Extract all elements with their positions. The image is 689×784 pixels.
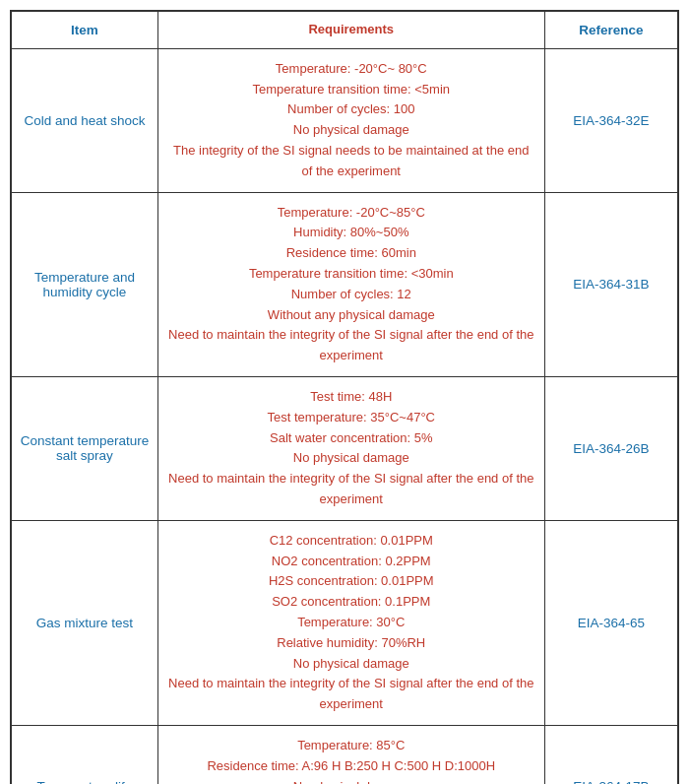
cell-reference-2: EIA-364-26B bbox=[544, 376, 677, 520]
cell-item-1: Temperature and humidity cycle bbox=[12, 192, 158, 376]
cell-requirements-2: Test time: 48HTest temperature: 35°C~47°… bbox=[157, 376, 544, 520]
main-table-wrapper: Item Requirements Reference Cold and hea… bbox=[10, 10, 679, 784]
cell-item-3: Gas mixture test bbox=[12, 520, 158, 725]
cell-reference-4: EIA-364-17B bbox=[544, 725, 677, 784]
cell-item-0: Cold and heat shock bbox=[12, 48, 158, 192]
cell-requirements-0: Temperature: -20°C~ 80°CTemperature tran… bbox=[157, 48, 544, 192]
header-reference: Reference bbox=[544, 12, 677, 49]
requirements-table: Item Requirements Reference Cold and hea… bbox=[11, 11, 678, 784]
table-header-row: Item Requirements Reference bbox=[12, 12, 678, 49]
cell-reference-0: EIA-364-32E bbox=[544, 48, 677, 192]
cell-requirements-3: C12 concentration: 0.01PPMNO2 concentrat… bbox=[157, 520, 544, 725]
cell-reference-1: EIA-364-31B bbox=[544, 192, 677, 376]
header-item: Item bbox=[12, 12, 158, 49]
cell-requirements-4: Temperature: 85°CResidence time: A:96 H … bbox=[157, 725, 544, 784]
table-row: Constant temperature salt sprayTest time… bbox=[12, 376, 678, 520]
cell-item-2: Constant temperature salt spray bbox=[12, 376, 158, 520]
table-row: Temperature lifeTemperature: 85°CResiden… bbox=[12, 725, 678, 784]
table-row: Temperature and humidity cycleTemperatur… bbox=[12, 192, 678, 376]
table-row: Gas mixture testC12 concentration: 0.01P… bbox=[12, 520, 678, 725]
header-requirements: Requirements bbox=[157, 12, 544, 49]
cell-requirements-1: Temperature: -20°C~85°CHumidity: 80%~50%… bbox=[157, 192, 544, 376]
cell-reference-3: EIA-364-65 bbox=[544, 520, 677, 725]
cell-item-4: Temperature life bbox=[12, 725, 158, 784]
table-row: Cold and heat shockTemperature: -20°C~ 8… bbox=[12, 48, 678, 192]
